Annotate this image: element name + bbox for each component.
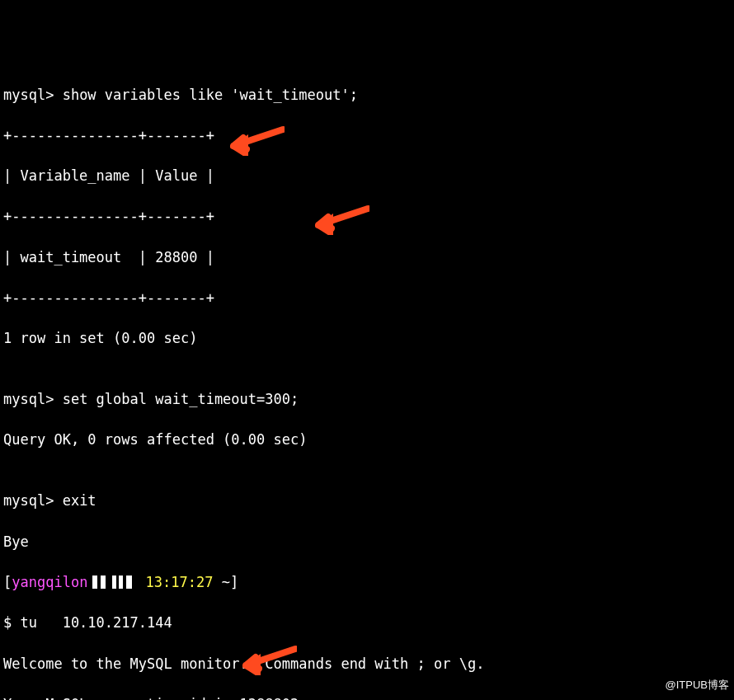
terminal-line: mysql> set global wait_timeout=300; [3, 389, 731, 410]
shell-prompt-line: [yangqilon 13:17:27 ~] [3, 572, 731, 593]
bracket-open: [ [3, 574, 12, 590]
watermark-text: @ITPUB博客 [666, 678, 729, 693]
terminal-line: mysql> exit [3, 491, 731, 511]
sql-command: exit [63, 492, 96, 509]
mysql-prompt: mysql> [3, 492, 63, 509]
table-border: +---------------+-------+ [3, 206, 731, 227]
sql-command: set global wait_timeout=300; [63, 391, 299, 407]
welcome-line: Welcome to the MySQL monitor. Commands e… [3, 654, 731, 674]
result-line: Query OK, 0 rows affected (0.00 sec) [3, 430, 731, 450]
bye-line: Bye [3, 532, 731, 552]
welcome-line: Your MySQL connection id is 1388802 [3, 694, 731, 700]
table-border: +---------------+-------+ [3, 288, 731, 308]
terminal-line: mysql> show variables like 'wait_timeout… [3, 85, 731, 106]
table-border: +---------------+-------+ [3, 125, 731, 146]
result-line: 1 row in set (0.00 sec) [3, 328, 731, 349]
shell-user: yangqilon [12, 574, 87, 590]
censored-text [87, 576, 137, 589]
bracket-close: ] [230, 574, 238, 590]
shell-time: 13:17:27 [137, 574, 213, 590]
mysql-prompt: mysql> [3, 391, 63, 407]
table-row: | wait_timeout | 28800 | [3, 247, 731, 268]
sql-command: show variables like 'wait_timeout'; [63, 87, 358, 103]
mysql-prompt: mysql> [3, 87, 63, 103]
shell-tilde: ~ [214, 574, 230, 590]
shell-command: $ tu 10.10.217.144 [3, 613, 731, 633]
table-header: | Variable_name | Value | [3, 166, 731, 186]
